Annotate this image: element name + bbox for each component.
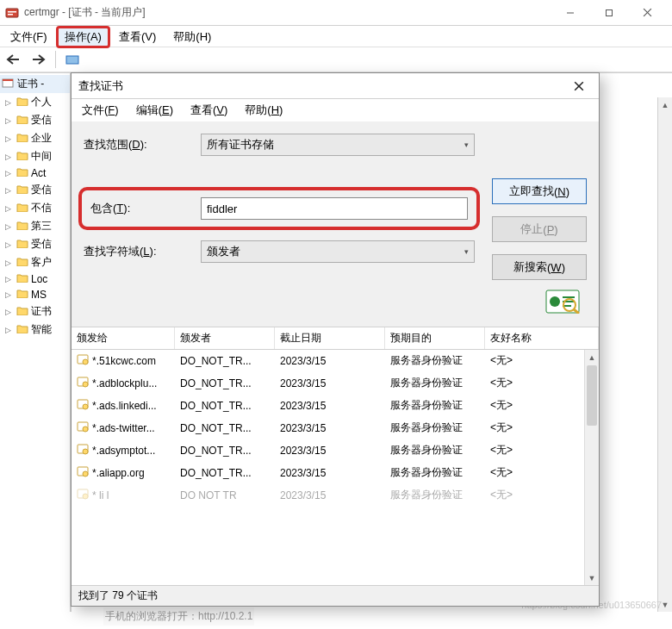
results-row[interactable]: *.adblockplu...DO_NOT_TR...2023/3/15服务器身… (72, 372, 599, 395)
results-cell: <无> (485, 376, 599, 390)
field-select[interactable]: 颁发者 ▾ (201, 240, 475, 263)
expand-caret-icon[interactable]: ▷ (5, 116, 14, 125)
field-label: 查找字符域(L): (84, 244, 201, 259)
close-button[interactable] (628, 1, 667, 25)
tree-item[interactable]: ▷MS (0, 287, 70, 302)
results-row[interactable]: *.adsymptot...DO_NOT_TR...2023/3/15服务器身份… (72, 439, 599, 462)
tree-item[interactable]: ▷受信 (0, 111, 70, 129)
expand-caret-icon[interactable]: ▷ (5, 169, 14, 177)
expand-caret-icon[interactable]: ▷ (5, 98, 14, 107)
dialog-menu-item[interactable]: 帮助(H) (238, 101, 289, 120)
results-row[interactable]: *.ads.linkedi...DO_NOT_TR...2023/3/15服务器… (72, 395, 599, 417)
expand-caret-icon[interactable]: ▷ (5, 134, 14, 143)
results-cell: DO NOT TR (175, 489, 275, 501)
certificate-icon (77, 488, 89, 502)
results-row[interactable]: *.ads-twitter...DO_NOT_TR...2023/3/15服务器… (72, 417, 599, 439)
new-search-button[interactable]: 新搜索(W) (492, 254, 587, 280)
mmc-menu-file[interactable]: 文件(F) (3, 28, 54, 47)
mmc-vertical-scrollbar[interactable]: ▲ ▼ (657, 97, 672, 612)
tree-item[interactable]: ▷Act (0, 165, 70, 181)
results-cell: DO_NOT_TR... (175, 400, 275, 412)
expand-caret-icon[interactable]: ▷ (5, 290, 14, 299)
tree-item-label: 受信 (31, 237, 52, 252)
certificate-icon (77, 465, 89, 480)
toolbar-item-icon[interactable] (63, 51, 82, 68)
dialog-menu-item[interactable]: 编辑(E) (129, 101, 180, 120)
folder-icon (16, 306, 28, 318)
minimize-button[interactable] (551, 1, 589, 25)
expand-caret-icon[interactable]: ▷ (5, 186, 14, 195)
results-cell: *.51kcwc.com (72, 353, 175, 368)
expand-caret-icon[interactable]: ▷ (5, 258, 14, 267)
results-cell: 2023/3/15 (275, 422, 385, 434)
tree-root[interactable]: 证书 - (0, 75, 70, 93)
tree-item[interactable]: ▷不信 (0, 199, 70, 217)
tree-item[interactable]: ▷中间 (0, 147, 70, 165)
tree-item[interactable]: ▷企业 (0, 129, 70, 147)
tree-item-label: 受信 (31, 113, 52, 128)
nav-forward-button[interactable] (29, 51, 48, 68)
scroll-up-icon[interactable]: ▲ (658, 97, 672, 112)
mmc-menu-help[interactable]: 帮助(H) (166, 28, 218, 47)
scope-select[interactable]: 所有证书存储 ▾ (201, 134, 475, 156)
results-cell: 服务器身份验证 (385, 398, 485, 413)
tree-item-label: 个人 (31, 95, 52, 109)
expand-caret-icon[interactable]: ▷ (5, 275, 14, 283)
expand-caret-icon[interactable]: ▷ (5, 153, 14, 161)
svg-point-28 (83, 449, 88, 454)
results-cell: <无> (485, 443, 599, 458)
folder-icon (16, 273, 28, 285)
scroll-up-icon[interactable]: ▲ (585, 350, 599, 364)
results-column-header[interactable]: 预期目的 (385, 327, 485, 349)
scope-select-value: 所有证书存储 (207, 137, 274, 153)
mmc-toolbar (0, 47, 672, 72)
results-cell: DO_NOT_TR... (175, 355, 275, 367)
maximize-button[interactable] (589, 1, 628, 25)
dialog-menu-item[interactable]: 文件(F) (75, 101, 126, 120)
expand-caret-icon[interactable]: ▷ (5, 326, 14, 334)
results-cell: DO_NOT_TR... (175, 445, 275, 457)
results-cell: 2023/3/15 (275, 445, 385, 457)
results-cell: 2023/3/15 (275, 489, 385, 501)
tree-item[interactable]: ▷个人 (0, 93, 70, 111)
results-cell: *.adsymptot... (72, 443, 175, 458)
results-row[interactable]: *.51kcwc.comDO_NOT_TR...2023/3/15服务器身份验证… (72, 350, 599, 372)
tree-item[interactable]: ▷第三 (0, 217, 70, 235)
mmc-menu-view[interactable]: 查看(V) (112, 28, 163, 47)
results-cell: *.aliapp.org (72, 465, 175, 480)
expand-caret-icon[interactable]: ▷ (5, 204, 14, 213)
contains-label: 包含(T): (90, 201, 201, 216)
find-now-button[interactable]: 立即查找(N) (492, 178, 587, 204)
contains-input[interactable] (201, 197, 468, 220)
results-column-header[interactable]: 颁发给 (72, 327, 175, 349)
results-row[interactable]: *.aliapp.orgDO_NOT_TR...2023/3/15服务器身份验证… (72, 462, 599, 484)
tree-item[interactable]: ▷受信 (0, 181, 70, 199)
tree-item[interactable]: ▷客户 (0, 253, 70, 271)
results-vertical-scrollbar[interactable]: ▲ ▼ (584, 350, 599, 585)
svg-point-30 (83, 471, 88, 476)
tree-item-label: 企业 (31, 131, 52, 146)
scrollbar-thumb[interactable] (587, 365, 597, 426)
expand-caret-icon[interactable]: ▷ (5, 240, 14, 249)
results-row[interactable]: * li lDO NOT TR2023/3/15服务器身份验证<无> (72, 484, 599, 507)
tree-panel: 证书 - ▷个人▷受信▷企业▷中间▷Act▷受信▷不信▷第三▷受信▷客户▷Loc… (0, 73, 71, 612)
tree-item[interactable]: ▷证书 (0, 302, 70, 321)
nav-back-button[interactable] (3, 51, 22, 68)
results-column-header[interactable]: 友好名称 (485, 327, 599, 349)
svg-rect-1 (8, 11, 16, 13)
results-column-header[interactable]: 颁发者 (175, 327, 275, 349)
tree-item[interactable]: ▷智能 (0, 321, 70, 339)
chevron-down-icon: ▾ (464, 140, 469, 149)
dialog-menu-item[interactable]: 查看(V) (184, 101, 234, 120)
scroll-down-icon[interactable]: ▼ (585, 570, 599, 585)
dialog-close-button[interactable] (566, 81, 592, 91)
svg-rect-9 (3, 79, 13, 81)
mmc-menu-action[interactable]: 操作(A) (58, 28, 109, 47)
stop-button[interactable]: 停止(P) (492, 216, 587, 242)
results-column-header[interactable]: 截止日期 (275, 327, 385, 349)
tree-item[interactable]: ▷受信 (0, 235, 70, 253)
svg-point-32 (83, 494, 88, 499)
tree-item[interactable]: ▷Loc (0, 271, 70, 287)
expand-caret-icon[interactable]: ▷ (5, 308, 14, 316)
expand-caret-icon[interactable]: ▷ (5, 222, 14, 231)
